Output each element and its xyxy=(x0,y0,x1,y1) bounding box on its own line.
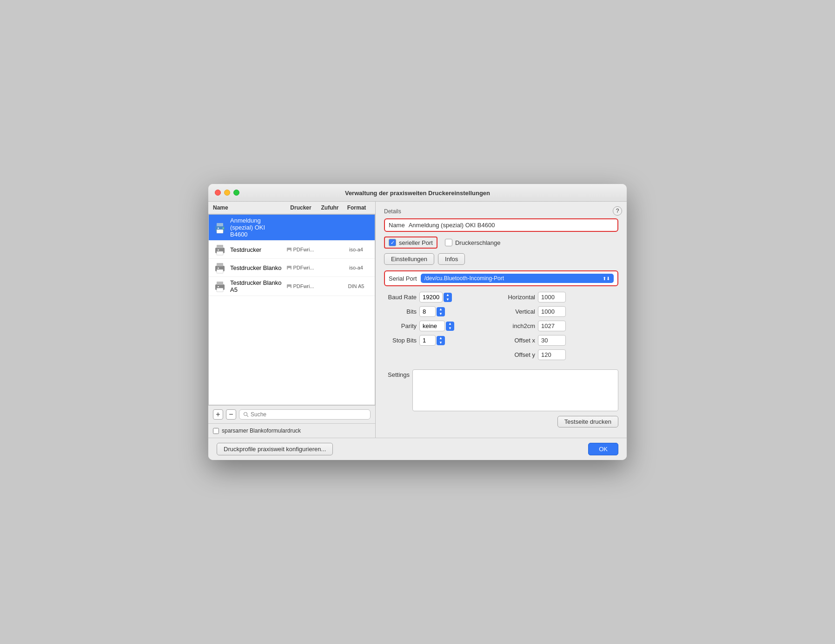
bits-input[interactable] xyxy=(419,306,436,317)
printer-list[interactable]: Anmeldung (spezial) OKI B4600 xyxy=(208,214,375,405)
stop-bits-input[interactable] xyxy=(419,335,436,346)
svg-rect-2 xyxy=(217,230,223,233)
serial-port-select[interactable]: /dev/cu.Bluetooth-Incoming-Port ⬆⬇ xyxy=(421,274,614,283)
svg-rect-8 xyxy=(218,250,219,250)
vertical-label: Vertical xyxy=(505,308,535,315)
checkbox-section: ✓ serieller Port Druckerschlange xyxy=(384,237,618,249)
parity-label: Parity xyxy=(384,322,417,329)
close-button[interactable] xyxy=(215,190,221,196)
header-zufuhr: Zufuhr xyxy=(317,204,343,211)
svg-rect-19 xyxy=(217,288,223,292)
inch2cm-row: inch2cm xyxy=(505,321,618,331)
serieller-port-label: serieller Port xyxy=(399,239,433,246)
add-button[interactable]: + xyxy=(213,409,223,420)
svg-rect-6 xyxy=(217,245,223,248)
minimize-button[interactable] xyxy=(224,190,230,196)
printer-icon xyxy=(213,243,226,256)
baud-rate-down[interactable]: ▼ xyxy=(444,297,452,302)
traffic-lights xyxy=(215,190,239,196)
svg-rect-18 xyxy=(217,282,223,285)
svg-rect-13 xyxy=(217,269,223,273)
einstellungen-button[interactable]: Einstellungen xyxy=(384,253,434,265)
parity-input[interactable] xyxy=(419,321,445,331)
ok-button[interactable]: OK xyxy=(588,443,618,455)
list-item-drucker: PDFwri... xyxy=(284,283,317,289)
inch2cm-input[interactable] xyxy=(538,321,566,331)
svg-point-23 xyxy=(244,413,247,416)
horizontal-input[interactable] xyxy=(538,292,566,302)
stop-bits-down[interactable]: ▼ xyxy=(437,341,445,345)
svg-rect-10 xyxy=(288,250,291,251)
serieller-port-checkbox[interactable]: ✓ xyxy=(389,239,396,246)
bits-label: Bits xyxy=(384,308,417,315)
left-form: Baud Rate ▲ ▼ Bits xyxy=(384,292,497,364)
search-box[interactable] xyxy=(239,409,371,420)
svg-rect-22 xyxy=(288,287,291,288)
list-item-format: iso-a4 xyxy=(342,265,370,270)
name-input[interactable] xyxy=(409,222,614,229)
offset-x-label: Offset x xyxy=(505,337,535,344)
settings-row: Settings xyxy=(384,369,618,411)
serial-port-row: Serial Port /dev/cu.Bluetooth-Incoming-P… xyxy=(384,270,618,286)
search-input[interactable] xyxy=(251,411,366,418)
remove-button[interactable]: − xyxy=(226,409,236,420)
titlebar: Verwaltung der praxisweiten Druckereinst… xyxy=(208,184,627,202)
offset-y-input[interactable] xyxy=(538,349,566,360)
list-toolbar: + − xyxy=(208,405,375,423)
header-drucker: Drucker xyxy=(285,204,317,211)
parity-down[interactable]: ▼ xyxy=(446,326,454,331)
main-content: Name Drucker Zufuhr Format xyxy=(208,202,627,438)
list-item[interactable]: Testdrucker PDFwri... iso-a4 xyxy=(209,241,375,259)
maximize-button[interactable] xyxy=(233,190,239,196)
svg-rect-20 xyxy=(218,286,219,287)
search-icon xyxy=(243,412,249,417)
blanko-label: sparsamer Blankoformulardruck xyxy=(222,427,301,434)
offset-y-row: Offset y xyxy=(505,349,618,360)
baud-rate-up[interactable]: ▲ xyxy=(444,293,452,297)
list-item[interactable]: Testdrucker Blanko A5 PDFwri... DIN A5 xyxy=(209,277,375,296)
baud-rate-row: Baud Rate ▲ ▼ xyxy=(384,292,497,302)
baud-rate-input[interactable] xyxy=(419,292,443,302)
blanko-checkbox[interactable] xyxy=(213,428,219,434)
header-format: Format xyxy=(343,204,371,211)
parity-row: Parity ▲ ▼ xyxy=(384,321,497,331)
druckerschlange-item: Druckerschlange xyxy=(445,239,501,246)
svg-rect-3 xyxy=(218,228,219,229)
bits-up[interactable]: ▲ xyxy=(437,307,445,312)
stop-bits-stepper: ▲ ▼ xyxy=(419,335,445,346)
baud-rate-arrows[interactable]: ▲ ▼ xyxy=(444,293,452,302)
list-item[interactable]: Anmeldung (spezial) OKI B4600 xyxy=(209,215,375,241)
profile-config-button[interactable]: Druckprofile praxisweit konfigurieren... xyxy=(217,443,333,455)
serial-port-value: /dev/cu.Bluetooth-Incoming-Port xyxy=(424,275,504,282)
footer-left: Druckprofile praxisweit konfigurieren... xyxy=(217,443,333,455)
help-button[interactable]: ? xyxy=(613,206,622,216)
stop-bits-label: Stop Bits xyxy=(384,337,417,344)
bits-arrows[interactable]: ▲ ▼ xyxy=(437,307,445,316)
list-item-name: Testdrucker xyxy=(230,246,284,253)
svg-rect-7 xyxy=(217,251,223,255)
list-item-drucker: PDFwri... xyxy=(284,265,317,270)
list-item-format: DIN A5 xyxy=(342,283,370,289)
serieller-port-item: ✓ serieller Port xyxy=(384,237,437,249)
vertical-input[interactable] xyxy=(538,306,566,317)
list-item-drucker: PDFwri... xyxy=(284,247,317,252)
horizontal-label: Horizontal xyxy=(505,294,535,301)
list-header: Name Drucker Zufuhr Format xyxy=(208,202,375,214)
stop-bits-up[interactable]: ▲ xyxy=(437,336,445,341)
bits-down[interactable]: ▼ xyxy=(437,312,445,316)
svg-line-24 xyxy=(247,415,248,417)
horizontal-row: Horizontal xyxy=(505,292,618,302)
settings-textarea[interactable] xyxy=(412,369,618,411)
infos-button[interactable]: Infos xyxy=(438,253,465,265)
stop-bits-arrows[interactable]: ▲ ▼ xyxy=(437,336,445,345)
druckerschlange-checkbox[interactable] xyxy=(445,239,452,246)
parity-up[interactable]: ▲ xyxy=(446,322,454,326)
bits-row: Bits ▲ ▼ xyxy=(384,306,497,317)
offset-x-input[interactable] xyxy=(538,335,566,346)
svg-rect-12 xyxy=(217,263,223,266)
parity-arrows[interactable]: ▲ ▼ xyxy=(446,322,454,331)
footer-bar: Druckprofile praxisweit konfigurieren...… xyxy=(208,438,627,460)
testseite-button[interactable]: Testseite drucken xyxy=(557,416,618,427)
list-item[interactable]: Testdrucker Blanko PDFwri... iso-a4 xyxy=(209,259,375,277)
parity-stepper: ▲ ▼ xyxy=(419,321,454,331)
